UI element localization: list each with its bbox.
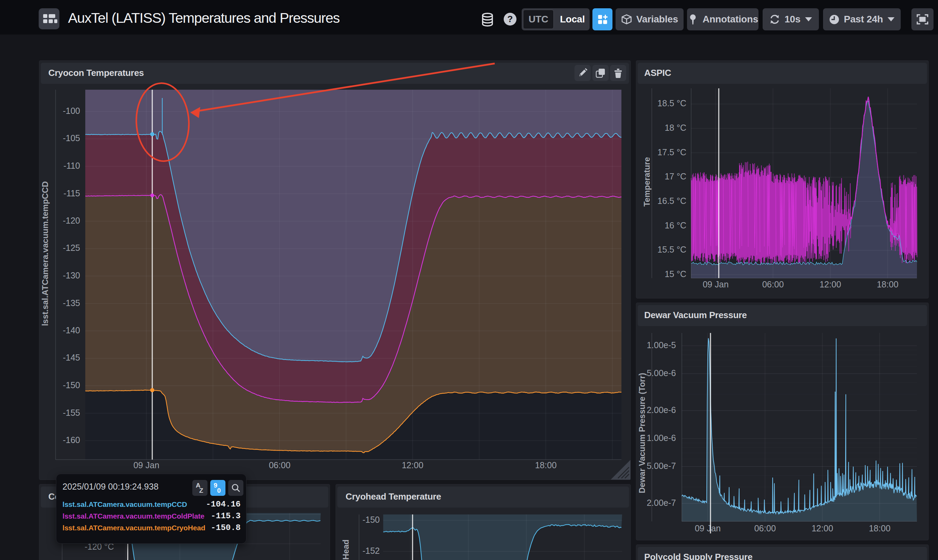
svg-text:9: 9 (214, 482, 217, 489)
svg-text:Z: Z (199, 487, 203, 494)
svg-text:0: 0 (217, 487, 221, 494)
